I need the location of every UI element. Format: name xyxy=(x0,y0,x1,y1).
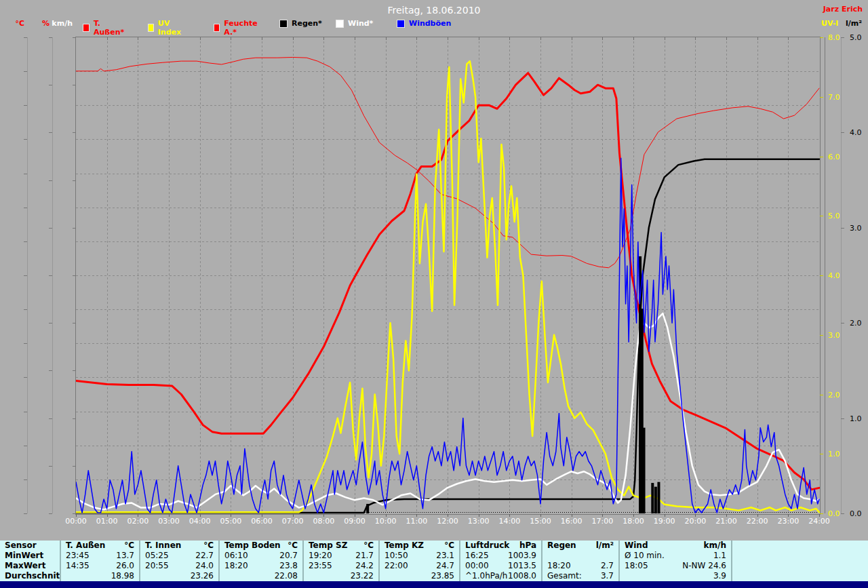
tick-mark-k xyxy=(73,370,76,371)
x-tick-label: 21:00 xyxy=(711,517,741,526)
table-cell-avg: ^1.0hPa/h1008.0 xyxy=(460,571,541,581)
cell-value: 23.1 xyxy=(436,551,454,561)
axis-guide-line xyxy=(27,37,28,513)
x-tick-mark xyxy=(416,514,417,517)
tick-mark-k xyxy=(73,228,76,229)
cell-time: 18:20 xyxy=(224,561,248,571)
tick-mark-p xyxy=(49,180,52,181)
cell-time: 19:20 xyxy=(309,551,332,561)
sensor-unit: l/m² xyxy=(596,541,614,551)
tick-mark-u xyxy=(820,513,823,514)
table-cell-avg: 23.26 xyxy=(140,571,218,581)
tick-label-u: 8.0 xyxy=(828,34,840,41)
table-row-label: Durchschnitt xyxy=(0,571,60,581)
x-tick-label: 08:00 xyxy=(309,517,338,526)
tick-label-l: 2.0 xyxy=(850,319,862,327)
tick-label-u: 6.0 xyxy=(828,153,840,160)
axis-guide-line xyxy=(52,37,53,513)
summary-table: SensorMinWertMaxWertDurchschnittT. Außen… xyxy=(0,541,868,581)
author-label: Jarz Erich xyxy=(823,5,863,14)
legend-swatch-feuchte-a xyxy=(214,24,220,32)
x-tick-mark xyxy=(293,514,294,517)
x-tick-mark xyxy=(76,514,77,517)
tick-mark-l xyxy=(841,37,844,38)
x-tick-label: 09:00 xyxy=(340,517,370,526)
cell-value: 24.2 xyxy=(355,561,374,571)
axis-guide-line xyxy=(825,37,825,513)
table-column-t-au-en: T. Außen°C23:4513.714:3526.018.98 xyxy=(60,541,139,581)
tick-mark-c xyxy=(24,377,27,378)
tick-mark-k xyxy=(73,275,76,276)
table-header: T. Außen°C xyxy=(61,541,139,551)
x-tick-label: 22:00 xyxy=(743,517,772,526)
cell-value: 23.8 xyxy=(279,561,298,571)
tick-mark-l xyxy=(841,323,844,324)
table-cell-min: 10:5023.1 xyxy=(380,551,459,561)
tick-mark-k xyxy=(73,37,76,38)
x-tick-label: 19:00 xyxy=(650,517,679,526)
tick-mark-u xyxy=(820,335,823,336)
table-filler xyxy=(731,541,868,581)
table-cell-max: 22:0024.7 xyxy=(380,561,459,571)
cell-time: 05:25 xyxy=(145,551,169,561)
legend-swatch-t-au-en xyxy=(83,24,90,32)
x-tick-mark xyxy=(355,514,355,517)
legend-item-windb-en: Windböen xyxy=(397,19,451,28)
sensor-unit: km/h xyxy=(704,541,726,551)
tick-mark-c xyxy=(24,479,27,480)
tick-mark-c xyxy=(24,343,27,344)
tick-mark-c xyxy=(24,309,27,310)
cell-value: 24.7 xyxy=(436,561,454,571)
tick-label-u: 0.0 xyxy=(828,510,840,517)
plot-area xyxy=(75,37,821,515)
app-window: { "window": { "title": "Freitag, 18.06.2… xyxy=(0,0,868,588)
x-tick-label: 00:00 xyxy=(61,517,91,526)
tick-mark-k xyxy=(73,85,76,85)
tick-mark-k xyxy=(73,132,76,133)
legend-item-wind: Wind* xyxy=(336,19,373,28)
tick-label-l: 0.0 xyxy=(850,510,862,517)
tick-mark-u xyxy=(820,216,823,216)
x-tick-label: 14:00 xyxy=(494,517,524,526)
cell-value: 1013.5 xyxy=(508,561,536,571)
sensor-unit: °C xyxy=(288,541,298,551)
cell-value: 13.7 xyxy=(116,551,134,561)
x-tick-mark xyxy=(386,514,387,517)
table-cell-avg: 23.22 xyxy=(304,571,378,581)
table-cell-avg: Gesamt:3.7 xyxy=(542,571,618,581)
legend-label: T. Außen* xyxy=(94,19,125,37)
tick-label-l: 4.0 xyxy=(850,129,862,136)
table-header: Regenl/m² xyxy=(542,541,618,551)
sensor-unit: °C xyxy=(363,541,374,551)
bottom-strip xyxy=(0,581,868,588)
cell-value: 23.85 xyxy=(431,571,454,581)
table-row-label: Sensor xyxy=(0,541,60,551)
x-tick-label: 04:00 xyxy=(185,517,215,526)
tick-mark-c xyxy=(24,71,27,72)
x-tick-mark xyxy=(169,514,170,517)
legend-swatch-uv-index xyxy=(148,24,154,32)
legend-item-uv-index: UV Index xyxy=(148,19,183,37)
table-cell-avg: 22.08 xyxy=(220,571,302,581)
tick-mark-u xyxy=(820,395,823,395)
table-column-t-innen: T. Innen°C05:2522.720:5524.023.26 xyxy=(139,541,218,581)
table-cell-min: 19:2021.7 xyxy=(304,551,378,561)
cell-value: 23.26 xyxy=(191,571,214,581)
table-column-regen: Regenl/m²18:202.7Gesamt:3.7 xyxy=(541,541,618,581)
cell-value: 3.7 xyxy=(601,571,614,581)
x-tick-label: 17:00 xyxy=(587,517,617,526)
cell-time: 10:50 xyxy=(384,551,408,561)
x-tick-mark xyxy=(200,514,201,517)
legend-label: Feuchte A.* xyxy=(224,19,259,37)
x-tick-label: 23:00 xyxy=(773,517,803,526)
cell-value: 1008.0 xyxy=(508,571,536,581)
cell-value: 3.9 xyxy=(713,571,726,581)
tick-mark-p xyxy=(49,370,52,371)
tick-mark-c xyxy=(24,446,27,446)
table-header: T. Innen°C xyxy=(140,541,218,551)
table-column-luftdruck: LuftdruckhPa16:251003.900:001013.5^1.0hP… xyxy=(459,541,541,581)
weather-chart-canvas[interactable] xyxy=(76,37,820,514)
sensor-unit: °C xyxy=(444,541,454,551)
cell-value: 23.22 xyxy=(351,571,374,581)
axis-unit-l: l/m² xyxy=(846,19,862,28)
